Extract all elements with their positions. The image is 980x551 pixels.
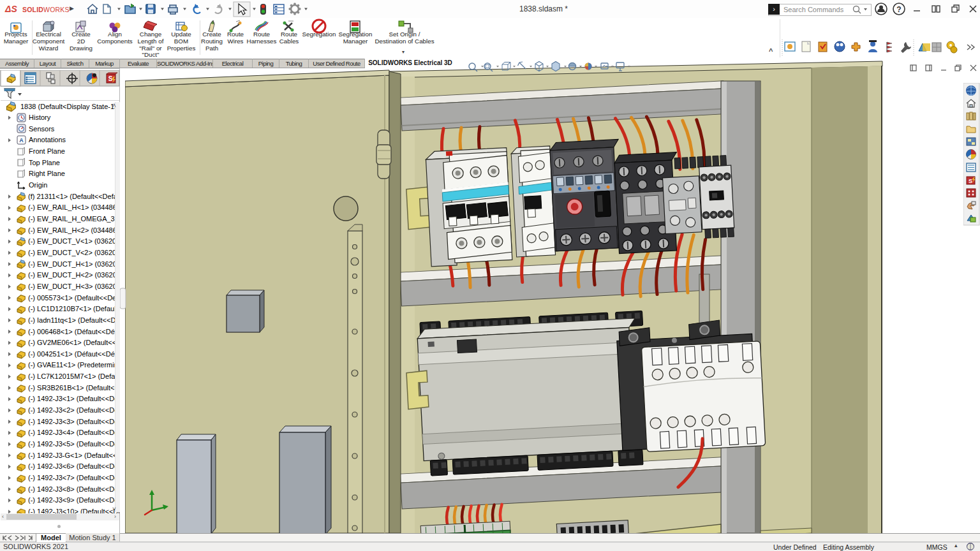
svg-text:S: S [108, 75, 113, 82]
svg-text:S: S [969, 178, 972, 184]
svg-text:?: ? [896, 5, 901, 14]
